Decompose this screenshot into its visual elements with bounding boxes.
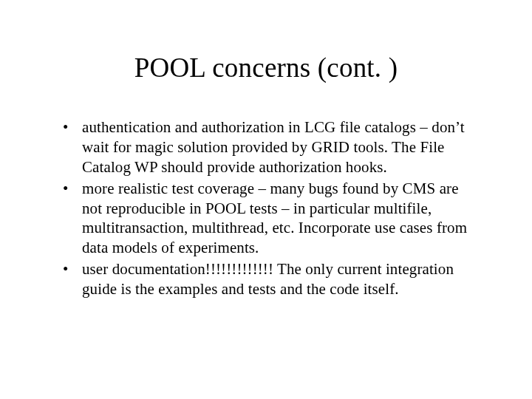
list-item: user documentation!!!!!!!!!!!!! The only… bbox=[55, 259, 477, 299]
bullet-list: authentication and authorization in LCG … bbox=[55, 117, 477, 299]
list-item: more realistic test coverage – many bugs… bbox=[55, 179, 477, 259]
slide-title: POOL concerns (cont. ) bbox=[55, 52, 477, 83]
list-item: authentication and authorization in LCG … bbox=[55, 117, 477, 177]
slide: POOL concerns (cont. ) authentication an… bbox=[0, 0, 532, 399]
